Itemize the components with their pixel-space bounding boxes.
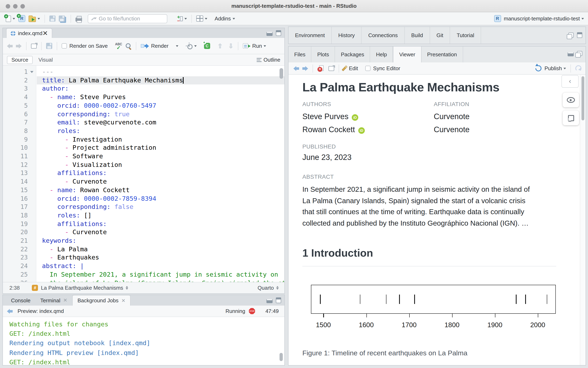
environment-pane-collapsed: EnvironmentHistoryConnectionsBuildGitTut…: [288, 27, 586, 44]
tab-git[interactable]: Git: [430, 27, 450, 44]
publish-button[interactable]: Publish: [536, 65, 566, 71]
fold-caret-icon[interactable]: [30, 71, 33, 73]
render-on-save-checkbox[interactable]: Render on Save: [62, 43, 108, 49]
edit-button[interactable]: Edit: [344, 65, 358, 71]
viewer-scrollbar[interactable]: [580, 75, 585, 365]
code-token: name:: [57, 186, 76, 194]
earthquake-event-tick: [525, 294, 526, 304]
render-button[interactable]: Render: [141, 43, 168, 49]
job-output[interactable]: Watching files for changesGET: /index.ht…: [3, 317, 285, 365]
tab-console[interactable]: Console: [6, 295, 35, 306]
forward-button[interactable]: [16, 44, 22, 48]
viewer-back-button[interactable]: [293, 66, 299, 71]
symbol-navigator[interactable]: # La Palma Earthquake Mechanisms: [32, 285, 128, 291]
visibility-button[interactable]: [563, 93, 579, 107]
code-token: steve@curvenote.com: [80, 119, 156, 126]
down-arrow-icon: ⇩: [228, 42, 233, 50]
open-file-button[interactable]: [28, 15, 40, 22]
viewer-forward-button[interactable]: [302, 66, 308, 71]
go-next-section-button[interactable]: ⇩: [228, 42, 233, 50]
render-options-dropdown[interactable]: [174, 45, 178, 47]
viewer-scrollbar-thumb[interactable]: [581, 76, 584, 120]
code-token: -: [50, 254, 54, 261]
editor-scrollbar[interactable]: [279, 68, 283, 79]
spellcheck-button[interactable]: ABC✓: [115, 43, 122, 49]
code-line: - Visualization: [42, 161, 122, 169]
code-token: [42, 195, 57, 202]
job-back-icon[interactable]: [7, 309, 13, 313]
code-token: La Palma Earthquake Mechanisms: [65, 76, 183, 84]
save-all-button[interactable]: [59, 16, 66, 22]
annotation-button[interactable]: [563, 110, 579, 125]
sync-editor-checkbox[interactable]: Sync Editor: [365, 65, 400, 71]
go-previous-section-button[interactable]: ⇧: [218, 42, 223, 50]
tab-help[interactable]: Help: [370, 46, 393, 62]
orcid-icon[interactable]: iD: [358, 127, 365, 134]
maximize-pane-icon[interactable]: [276, 297, 281, 303]
close-tab-icon[interactable]: ✕: [42, 29, 48, 37]
abstract-label: ABSTRACT: [302, 173, 334, 180]
line-number: 17: [7, 203, 28, 211]
code-token: title:: [42, 76, 65, 84]
workspace-panes-button[interactable]: [196, 16, 207, 22]
tab-presentation[interactable]: Presentation: [421, 46, 463, 62]
code-editor[interactable]: 1234567891011121314151617181920212223242…: [3, 66, 285, 283]
maximize-pane-icon[interactable]: [577, 32, 582, 38]
project-selector[interactable]: R manuscript-template-rstudio-test: [494, 15, 584, 22]
insert-chunk-button[interactable]: C: [204, 43, 210, 49]
restore-pane-icon[interactable]: [569, 33, 574, 37]
line-number: 2: [7, 76, 28, 84]
tab-connections[interactable]: Connections: [362, 27, 405, 44]
clear-viewer-button[interactable]: [317, 65, 324, 71]
maximize-pane-icon[interactable]: [276, 30, 281, 36]
close-tab-icon[interactable]: ✕: [121, 298, 126, 303]
popout-editor-button[interactable]: [31, 44, 37, 48]
save-button[interactable]: [49, 16, 55, 22]
tab-files[interactable]: Files: [288, 46, 312, 62]
earthquake-event-tick: [386, 294, 387, 304]
tab-index-qmd[interactable]: index.qmd ✕: [6, 28, 52, 38]
tab-plots[interactable]: Plots: [312, 46, 335, 62]
addins-menu[interactable]: Addins: [215, 16, 235, 22]
tab-visual-mode[interactable]: Visual: [38, 57, 53, 63]
console-scrollbar[interactable]: [279, 353, 283, 361]
tab-tutorial[interactable]: Tutorial: [450, 27, 481, 44]
back-button[interactable]: [7, 44, 13, 48]
collapse-margin-button[interactable]: ‹: [561, 75, 579, 88]
minimize-pane-icon[interactable]: [568, 52, 574, 56]
file-type-selector[interactable]: Quarto: [258, 285, 279, 291]
run-button[interactable]: Run: [243, 43, 266, 49]
close-tab-icon[interactable]: ✕: [63, 297, 67, 303]
print-button[interactable]: [75, 16, 82, 21]
save-document-button[interactable]: [46, 43, 52, 49]
tab-build[interactable]: Build: [404, 27, 430, 44]
goto-file-input[interactable]: Go to file/function: [88, 14, 167, 23]
popout-viewer-button[interactable]: [329, 66, 334, 71]
tab-history[interactable]: History: [332, 27, 362, 44]
code-token: [42, 93, 50, 101]
new-file-button[interactable]: +: [6, 15, 15, 22]
minimize-pane-icon[interactable]: [266, 32, 273, 36]
tab-packages[interactable]: Packages: [335, 46, 370, 62]
spellcheck-icon: ABC✓: [115, 43, 122, 49]
stop-job-icon[interactable]: STOP: [249, 308, 255, 314]
tab-source-mode[interactable]: Source: [7, 56, 33, 64]
orcid-icon[interactable]: iD: [352, 114, 358, 121]
find-replace-button[interactable]: [126, 43, 132, 49]
outline-toggle[interactable]: Outline: [257, 57, 280, 63]
earthquake-event-tick: [320, 294, 321, 304]
tab-viewer[interactable]: Viewer: [393, 46, 421, 62]
new-project-button[interactable]: R+: [18, 15, 25, 22]
tab-background-jobs[interactable]: Background Jobs✕: [72, 295, 131, 306]
document-options-button[interactable]: [186, 43, 197, 48]
code-line: In September 2021, a significant jump in…: [42, 270, 278, 279]
refresh-viewer-button[interactable]: [575, 65, 581, 71]
tab-terminal[interactable]: Terminal✕: [35, 295, 72, 306]
code-token: [42, 220, 57, 228]
tab-environment[interactable]: Environment: [288, 27, 332, 44]
vcs-button[interactable]: +−: [177, 15, 187, 22]
project-icon: R: [494, 15, 501, 22]
restore-pane-icon[interactable]: [577, 51, 582, 56]
minimize-pane-icon[interactable]: [266, 299, 273, 303]
outline-icon: [257, 57, 262, 63]
